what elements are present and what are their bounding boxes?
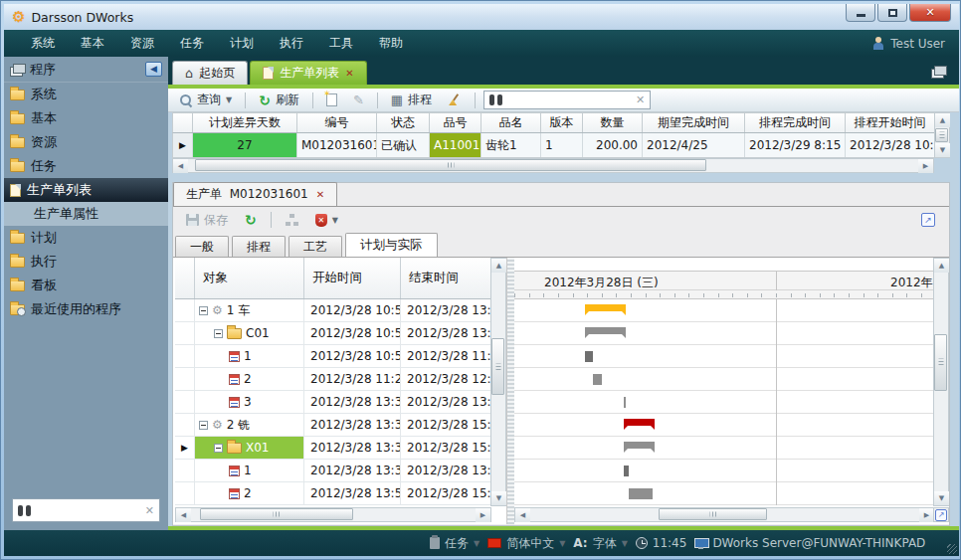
grid-vscrollbar[interactable]: ▲ ▼ <box>934 112 950 158</box>
query-button[interactable]: 查询 ▼ <box>174 90 237 110</box>
scroll-left-icon[interactable]: ◀ <box>173 159 188 173</box>
gantt-bar-2[interactable] <box>585 351 592 362</box>
scroll-down-icon[interactable]: ▼ <box>934 491 949 505</box>
menu-item-1[interactable]: 基本 <box>68 31 117 56</box>
tree-row-1[interactable]: C012012/3/28 10:522012/3/28 13:40 <box>175 322 506 345</box>
scroll-thumb[interactable] <box>491 338 504 395</box>
doc-tab-close-icon[interactable]: ✕ <box>316 189 324 200</box>
edit-button[interactable]: ✎ <box>348 92 369 108</box>
menu-item-7[interactable]: 帮助 <box>366 31 416 56</box>
grid-column-header-9[interactable]: 排程开始时间 <box>846 113 935 132</box>
user-badge[interactable]: Test User <box>872 37 945 51</box>
structure-button[interactable] <box>281 212 303 228</box>
sidebar-collapse-button[interactable]: ◀ <box>145 62 162 77</box>
scroll-up-icon[interactable]: ▲ <box>491 259 506 273</box>
subtab-0[interactable]: 一般 <box>175 236 229 257</box>
maximize-button[interactable] <box>877 4 907 22</box>
menu-item-6[interactable]: 工具 <box>316 31 366 56</box>
tree-row-7[interactable]: 12012/3/28 13:302012/3/28 13:50 <box>175 460 506 482</box>
scroll-right-icon[interactable]: ▶ <box>476 508 490 522</box>
sidebar-item-8[interactable]: 看板 <box>4 274 168 297</box>
tree-row-4[interactable]: 32012/3/28 13:302012/3/28 13:40 <box>175 391 506 414</box>
grid-hscrollbar[interactable]: ◀ ▶ <box>172 158 934 173</box>
refresh-button[interactable]: ↻ 刷新 <box>254 90 304 110</box>
tree-row-2[interactable]: 12012/3/28 10:522012/3/28 11:22 <box>175 345 506 368</box>
menu-item-2[interactable]: 资源 <box>117 31 167 56</box>
minimize-button[interactable] <box>846 4 875 22</box>
tree-expander-icon[interactable] <box>214 444 223 453</box>
sidebar-item-0[interactable]: 系统 <box>4 83 168 106</box>
scroll-thumb[interactable] <box>934 334 947 391</box>
gantt-bar-6[interactable] <box>624 442 656 449</box>
tree-column-header-0[interactable]: 对象 <box>195 258 304 298</box>
new-button[interactable] <box>321 92 342 108</box>
order-doc-tab[interactable]: 生产单 M012031601 ✕ <box>173 182 337 206</box>
tree-object-cell[interactable]: 1 <box>195 345 304 367</box>
gantt-bar-1[interactable] <box>585 327 626 334</box>
sidebar-item-9[interactable]: 最近使用的程序 <box>4 297 168 321</box>
tree-object-cell[interactable]: 2 <box>195 482 304 504</box>
clean-button[interactable] <box>443 92 467 108</box>
sidebar-search-clear-icon[interactable]: ✕ <box>145 504 154 517</box>
status-item-4[interactable]: DWorks Server@FUNWAY-THINKPAD <box>694 536 925 550</box>
tree-object-cell[interactable]: 1 <box>195 460 304 481</box>
scroll-down-icon[interactable]: ▼ <box>491 491 506 505</box>
grid-column-header-4[interactable]: 品名 <box>481 113 541 132</box>
tree-column-header-2[interactable]: 结束时间 <box>401 258 495 298</box>
scroll-thumb[interactable] <box>935 128 948 142</box>
sidebar-item-7[interactable]: 执行 <box>4 250 168 274</box>
grid-column-header-0[interactable]: 计划差异天数 <box>193 113 297 132</box>
sidebar-item-3[interactable]: 任务 <box>4 154 168 178</box>
scroll-thumb[interactable] <box>200 508 353 520</box>
tree-row-6[interactable]: ▶X012012/3/28 13:302012/3/28 15:40 <box>175 437 506 460</box>
tree-object-cell[interactable]: 2 <box>195 368 304 390</box>
grid-column-header-6[interactable]: 数量 <box>583 113 643 132</box>
tree-object-cell[interactable]: X01 <box>195 437 304 459</box>
tab-1[interactable]: 生产单列表✕ <box>250 61 366 85</box>
grid-column-header-3[interactable]: 品号 <box>430 113 481 132</box>
scroll-up-icon[interactable]: ▲ <box>935 113 950 127</box>
sidebar-item-2[interactable]: 资源 <box>4 130 168 154</box>
window-list-icon[interactable] <box>931 66 945 77</box>
grid-search-input[interactable] <box>507 93 631 107</box>
scroll-left-icon[interactable]: ◀ <box>176 508 191 522</box>
subtab-3[interactable]: 计划与实际 <box>345 233 438 257</box>
tree-row-3[interactable]: 22012/3/28 11:222012/3/28 12:00 <box>175 368 506 391</box>
save-button[interactable]: 保存 <box>181 210 233 231</box>
tree-row-0[interactable]: ⚙1 车2012/3/28 10:522012/3/28 13:40 <box>175 299 506 322</box>
tree-hscrollbar[interactable]: ◀ ▶ <box>175 507 491 522</box>
tab-close-icon[interactable]: ✕ <box>345 68 353 79</box>
tree-expander-icon[interactable] <box>214 329 223 338</box>
scroll-thumb[interactable] <box>195 159 706 171</box>
gantt-popout-icon[interactable]: ↗ <box>935 509 947 521</box>
detail-refresh-button[interactable]: ↻ <box>240 211 262 229</box>
schedule-button[interactable]: ▦ 排程 <box>386 90 437 110</box>
scroll-thumb[interactable] <box>659 508 767 520</box>
grid-row[interactable]: ▶27M012031601已确认A11001齿轮11200.002012/4/2… <box>172 133 950 158</box>
status-item-1[interactable]: 简体中文▼ <box>487 535 565 552</box>
gantt-bar-0[interactable] <box>585 304 626 311</box>
sidebar-item-4[interactable]: 生产单列表 <box>4 178 168 202</box>
validate-button[interactable]: ▼ <box>310 212 343 229</box>
popout-icon[interactable]: ↗ <box>921 213 935 227</box>
menu-item-4[interactable]: 计划 <box>217 31 267 56</box>
scroll-left-icon[interactable]: ◀ <box>515 508 530 522</box>
sidebar-search-input[interactable] <box>36 503 140 517</box>
tree-expander-icon[interactable] <box>199 421 208 430</box>
tree-object-cell[interactable]: 3 <box>195 391 304 413</box>
splitter-handle[interactable] <box>507 258 514 524</box>
scroll-down-icon[interactable]: ▼ <box>935 143 950 157</box>
sidebar-item-6[interactable]: 计划 <box>4 226 168 250</box>
tree-row-5[interactable]: ⚙2 铣2012/3/28 13:302012/3/28 15:40 <box>175 414 506 437</box>
grid-column-header-1[interactable]: 编号 <box>297 113 377 132</box>
gantt-vscrollbar[interactable]: ▲ ▼ <box>933 258 949 506</box>
gantt-bar-3[interactable] <box>593 374 602 385</box>
gantt-bar-8[interactable] <box>629 488 653 499</box>
status-item-0[interactable]: 任务▼ <box>430 535 480 552</box>
status-item-3[interactable]: 11:45 <box>636 536 687 550</box>
sidebar-item-1[interactable]: 基本 <box>4 106 168 130</box>
menu-item-0[interactable]: 系统 <box>18 31 68 56</box>
scroll-right-icon[interactable]: ▶ <box>918 159 933 173</box>
resize-grip[interactable] <box>947 544 957 554</box>
tab-0[interactable]: ⌂起始页 <box>172 61 248 85</box>
